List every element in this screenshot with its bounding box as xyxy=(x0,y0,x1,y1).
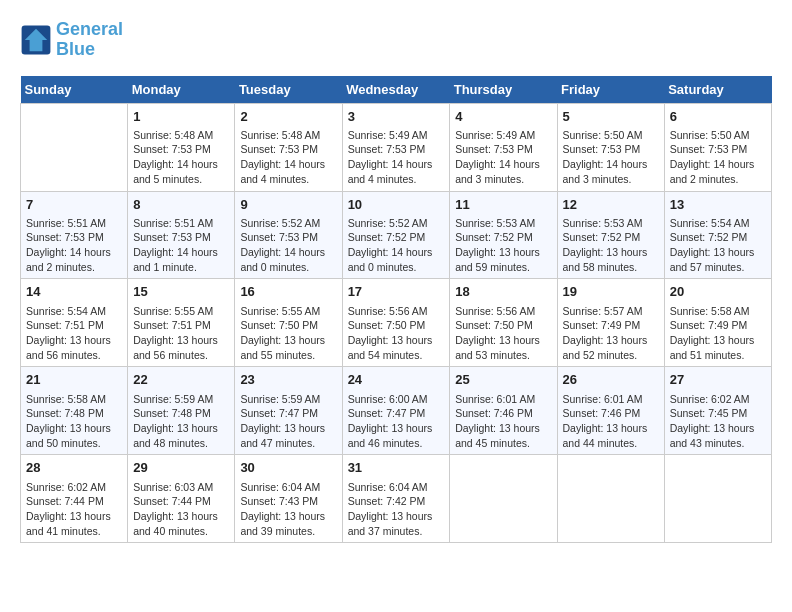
calendar-cell: 27Sunrise: 6:02 AM Sunset: 7:45 PM Dayli… xyxy=(664,367,771,455)
day-number: 7 xyxy=(26,196,122,214)
calendar-cell: 13Sunrise: 5:54 AM Sunset: 7:52 PM Dayli… xyxy=(664,191,771,279)
day-number: 9 xyxy=(240,196,336,214)
day-info: Sunrise: 5:55 AM Sunset: 7:50 PM Dayligh… xyxy=(240,304,336,363)
day-number: 27 xyxy=(670,371,766,389)
calendar-cell: 26Sunrise: 6:01 AM Sunset: 7:46 PM Dayli… xyxy=(557,367,664,455)
day-info: Sunrise: 5:48 AM Sunset: 7:53 PM Dayligh… xyxy=(240,128,336,187)
day-info: Sunrise: 5:58 AM Sunset: 7:48 PM Dayligh… xyxy=(26,392,122,451)
day-info: Sunrise: 5:50 AM Sunset: 7:53 PM Dayligh… xyxy=(670,128,766,187)
calendar-cell: 4Sunrise: 5:49 AM Sunset: 7:53 PM Daylig… xyxy=(450,103,557,191)
weekday-header: Monday xyxy=(128,76,235,104)
calendar-week-row: 14Sunrise: 5:54 AM Sunset: 7:51 PM Dayli… xyxy=(21,279,772,367)
day-info: Sunrise: 5:51 AM Sunset: 7:53 PM Dayligh… xyxy=(26,216,122,275)
day-number: 1 xyxy=(133,108,229,126)
calendar-cell: 15Sunrise: 5:55 AM Sunset: 7:51 PM Dayli… xyxy=(128,279,235,367)
day-number: 26 xyxy=(563,371,659,389)
calendar-cell: 9Sunrise: 5:52 AM Sunset: 7:53 PM Daylig… xyxy=(235,191,342,279)
day-info: Sunrise: 6:02 AM Sunset: 7:45 PM Dayligh… xyxy=(670,392,766,451)
calendar-week-row: 1Sunrise: 5:48 AM Sunset: 7:53 PM Daylig… xyxy=(21,103,772,191)
calendar-cell xyxy=(557,455,664,543)
day-number: 31 xyxy=(348,459,445,477)
day-number: 16 xyxy=(240,283,336,301)
calendar-cell: 5Sunrise: 5:50 AM Sunset: 7:53 PM Daylig… xyxy=(557,103,664,191)
day-info: Sunrise: 6:00 AM Sunset: 7:47 PM Dayligh… xyxy=(348,392,445,451)
weekday-header: Friday xyxy=(557,76,664,104)
day-number: 10 xyxy=(348,196,445,214)
day-number: 28 xyxy=(26,459,122,477)
day-info: Sunrise: 5:52 AM Sunset: 7:52 PM Dayligh… xyxy=(348,216,445,275)
weekday-header: Sunday xyxy=(21,76,128,104)
calendar-cell: 8Sunrise: 5:51 AM Sunset: 7:53 PM Daylig… xyxy=(128,191,235,279)
weekday-header: Tuesday xyxy=(235,76,342,104)
day-info: Sunrise: 6:04 AM Sunset: 7:42 PM Dayligh… xyxy=(348,480,445,539)
weekday-header: Thursday xyxy=(450,76,557,104)
day-number: 13 xyxy=(670,196,766,214)
day-info: Sunrise: 5:55 AM Sunset: 7:51 PM Dayligh… xyxy=(133,304,229,363)
calendar-cell: 18Sunrise: 5:56 AM Sunset: 7:50 PM Dayli… xyxy=(450,279,557,367)
day-number: 19 xyxy=(563,283,659,301)
calendar-cell: 17Sunrise: 5:56 AM Sunset: 7:50 PM Dayli… xyxy=(342,279,450,367)
calendar-cell: 31Sunrise: 6:04 AM Sunset: 7:42 PM Dayli… xyxy=(342,455,450,543)
day-number: 14 xyxy=(26,283,122,301)
logo-icon xyxy=(20,24,52,56)
day-number: 21 xyxy=(26,371,122,389)
day-info: Sunrise: 5:54 AM Sunset: 7:51 PM Dayligh… xyxy=(26,304,122,363)
day-info: Sunrise: 5:59 AM Sunset: 7:47 PM Dayligh… xyxy=(240,392,336,451)
calendar-cell: 25Sunrise: 6:01 AM Sunset: 7:46 PM Dayli… xyxy=(450,367,557,455)
calendar-week-row: 21Sunrise: 5:58 AM Sunset: 7:48 PM Dayli… xyxy=(21,367,772,455)
calendar-cell: 11Sunrise: 5:53 AM Sunset: 7:52 PM Dayli… xyxy=(450,191,557,279)
day-info: Sunrise: 5:52 AM Sunset: 7:53 PM Dayligh… xyxy=(240,216,336,275)
calendar-cell xyxy=(664,455,771,543)
calendar-week-row: 7Sunrise: 5:51 AM Sunset: 7:53 PM Daylig… xyxy=(21,191,772,279)
day-info: Sunrise: 6:01 AM Sunset: 7:46 PM Dayligh… xyxy=(563,392,659,451)
day-number: 4 xyxy=(455,108,551,126)
calendar-cell: 1Sunrise: 5:48 AM Sunset: 7:53 PM Daylig… xyxy=(128,103,235,191)
calendar-header-row: SundayMondayTuesdayWednesdayThursdayFrid… xyxy=(21,76,772,104)
day-number: 6 xyxy=(670,108,766,126)
day-number: 15 xyxy=(133,283,229,301)
logo-text: General Blue xyxy=(56,20,123,60)
day-info: Sunrise: 5:58 AM Sunset: 7:49 PM Dayligh… xyxy=(670,304,766,363)
day-info: Sunrise: 5:49 AM Sunset: 7:53 PM Dayligh… xyxy=(348,128,445,187)
day-info: Sunrise: 5:53 AM Sunset: 7:52 PM Dayligh… xyxy=(563,216,659,275)
day-info: Sunrise: 6:01 AM Sunset: 7:46 PM Dayligh… xyxy=(455,392,551,451)
weekday-header: Wednesday xyxy=(342,76,450,104)
day-info: Sunrise: 6:02 AM Sunset: 7:44 PM Dayligh… xyxy=(26,480,122,539)
weekday-header: Saturday xyxy=(664,76,771,104)
calendar-cell: 10Sunrise: 5:52 AM Sunset: 7:52 PM Dayli… xyxy=(342,191,450,279)
day-info: Sunrise: 5:51 AM Sunset: 7:53 PM Dayligh… xyxy=(133,216,229,275)
day-info: Sunrise: 5:49 AM Sunset: 7:53 PM Dayligh… xyxy=(455,128,551,187)
calendar-cell: 28Sunrise: 6:02 AM Sunset: 7:44 PM Dayli… xyxy=(21,455,128,543)
calendar-cell: 30Sunrise: 6:04 AM Sunset: 7:43 PM Dayli… xyxy=(235,455,342,543)
day-number: 20 xyxy=(670,283,766,301)
day-number: 11 xyxy=(455,196,551,214)
day-number: 3 xyxy=(348,108,445,126)
day-info: Sunrise: 6:04 AM Sunset: 7:43 PM Dayligh… xyxy=(240,480,336,539)
calendar-cell: 3Sunrise: 5:49 AM Sunset: 7:53 PM Daylig… xyxy=(342,103,450,191)
calendar-cell: 29Sunrise: 6:03 AM Sunset: 7:44 PM Dayli… xyxy=(128,455,235,543)
calendar-cell: 20Sunrise: 5:58 AM Sunset: 7:49 PM Dayli… xyxy=(664,279,771,367)
day-number: 24 xyxy=(348,371,445,389)
calendar-cell: 16Sunrise: 5:55 AM Sunset: 7:50 PM Dayli… xyxy=(235,279,342,367)
day-number: 17 xyxy=(348,283,445,301)
day-info: Sunrise: 5:57 AM Sunset: 7:49 PM Dayligh… xyxy=(563,304,659,363)
day-info: Sunrise: 5:59 AM Sunset: 7:48 PM Dayligh… xyxy=(133,392,229,451)
day-info: Sunrise: 5:56 AM Sunset: 7:50 PM Dayligh… xyxy=(455,304,551,363)
day-info: Sunrise: 6:03 AM Sunset: 7:44 PM Dayligh… xyxy=(133,480,229,539)
calendar-cell: 12Sunrise: 5:53 AM Sunset: 7:52 PM Dayli… xyxy=(557,191,664,279)
calendar-cell: 6Sunrise: 5:50 AM Sunset: 7:53 PM Daylig… xyxy=(664,103,771,191)
day-info: Sunrise: 5:56 AM Sunset: 7:50 PM Dayligh… xyxy=(348,304,445,363)
calendar-cell: 2Sunrise: 5:48 AM Sunset: 7:53 PM Daylig… xyxy=(235,103,342,191)
day-number: 29 xyxy=(133,459,229,477)
day-info: Sunrise: 5:48 AM Sunset: 7:53 PM Dayligh… xyxy=(133,128,229,187)
day-number: 8 xyxy=(133,196,229,214)
day-number: 30 xyxy=(240,459,336,477)
day-number: 5 xyxy=(563,108,659,126)
day-number: 2 xyxy=(240,108,336,126)
calendar-cell: 21Sunrise: 5:58 AM Sunset: 7:48 PM Dayli… xyxy=(21,367,128,455)
calendar-cell: 14Sunrise: 5:54 AM Sunset: 7:51 PM Dayli… xyxy=(21,279,128,367)
day-number: 23 xyxy=(240,371,336,389)
calendar-week-row: 28Sunrise: 6:02 AM Sunset: 7:44 PM Dayli… xyxy=(21,455,772,543)
day-info: Sunrise: 5:50 AM Sunset: 7:53 PM Dayligh… xyxy=(563,128,659,187)
calendar-cell xyxy=(21,103,128,191)
